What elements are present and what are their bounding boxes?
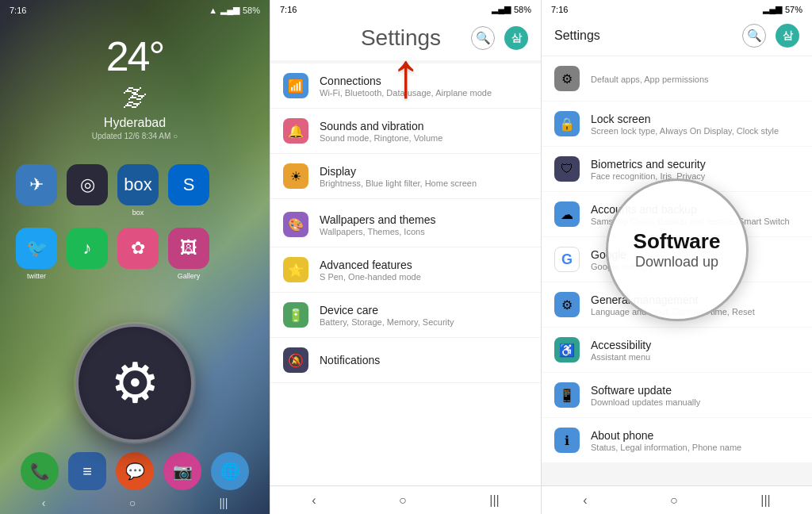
nav-back-detail[interactable]: ‹ [583, 493, 587, 508]
nav-recents-settings[interactable]: ||| [489, 493, 499, 508]
advanced-sub: S Pen, One-handed mode [320, 272, 528, 282]
notifications-title: Notifications [320, 354, 528, 366]
status-icons: ▲ ▂▄▆ 58% [209, 5, 260, 15]
device-care-sub: Battery, Storage, Memory, Security [320, 317, 528, 327]
connections-title: Connections [320, 75, 528, 87]
settings-app-circle[interactable]: ⚙ [75, 324, 194, 443]
app-wrapper[interactable]: ✿ [117, 228, 159, 269]
dock: 📞 ≡ 💬 📷 🌐 [0, 452, 270, 490]
settings-detail-panel: 7:16 ▂▄▆ 57% Settings 🔍 삼 ⚙ Default apps… [541, 0, 812, 514]
app-gallery[interactable]: 🖼 [168, 228, 209, 269]
app-wrapper[interactable]: 🐦 twitter [16, 228, 57, 269]
app-wrapper[interactable]: S [168, 164, 209, 205]
display-text: Display Brightness, Blue light filter, H… [320, 165, 528, 188]
app-label-gallery: Gallery [178, 272, 201, 280]
detail-item-lock-screen[interactable]: 🔒 Lock screen Screen lock type, Always O… [542, 102, 812, 146]
nav-home-detail[interactable]: ○ [670, 493, 678, 508]
detail-item-about[interactable]: ℹ About phone Status, Legal information,… [542, 418, 812, 462]
nav-recents-detail[interactable]: ||| [760, 493, 770, 508]
wifi-icon: ▲ [209, 6, 217, 15]
app-wrapper[interactable]: 🖼 Gallery [168, 228, 209, 269]
header-icons: 🔍 삼 [471, 26, 528, 50]
app-spotify[interactable]: ♪ [67, 228, 108, 269]
dock-messages[interactable]: ≡ [68, 452, 106, 490]
general-icon: ⚙ [554, 292, 580, 317]
profile-icon[interactable]: 삼 [504, 26, 528, 50]
search-icon[interactable]: 🔍 [471, 26, 495, 50]
signal-icon: ▂▄▆ [220, 5, 239, 15]
app-wrapper[interactable]: ♪ [67, 228, 108, 269]
detail-status-bar: 7:16 ▂▄▆ 57% [542, 0, 812, 16]
wallpapers-title: Wallpapers and themes [320, 213, 528, 226]
red-arrow-icon: ↑ [390, 44, 422, 107]
wallpapers-text: Wallpapers and themes Wallpapers, Themes… [320, 213, 528, 236]
wallpapers-icon: 🎨 [283, 212, 308, 237]
notifications-icon: 🔕 [283, 347, 308, 373]
detail-time: 7:16 [551, 5, 568, 14]
battery-status: 58% [243, 6, 260, 15]
detail-item-software[interactable]: 📱 Software update Download updates manua… [542, 373, 812, 417]
detail-search-icon[interactable]: 🔍 [742, 24, 766, 48]
display-icon: ☀ [283, 163, 308, 189]
app-unknown[interactable]: ◎ [67, 164, 108, 205]
dock-camera[interactable]: 📷 [163, 452, 201, 490]
lock-screen-title: Lock screen [591, 113, 799, 125]
nav-recents-home[interactable]: ||| [219, 497, 228, 509]
weather-widget: 24° 🌫 Hyderabad Updated 12/6 8:34 AM ○ [0, 17, 270, 148]
app-wrapper[interactable]: ✈ [16, 164, 57, 205]
detail-title: Settings [554, 29, 600, 43]
detail-item-default-apps[interactable]: ⚙ Default apps, App permissions [542, 56, 812, 101]
detail-header-icons: 🔍 삼 [742, 24, 799, 48]
connections-sub: Wi-Fi, Bluetooth, Data usage, Airplane m… [320, 88, 528, 98]
notifications-text: Notifications [320, 354, 528, 366]
settings-item-advanced[interactable]: ⭐ Advanced features S Pen, One-handed mo… [270, 247, 541, 293]
settings-section-second: 🎨 Wallpapers and themes Wallpapers, Them… [270, 202, 541, 383]
app-wrapper[interactable]: box box [117, 164, 159, 205]
app-telegram[interactable]: ✈ [16, 164, 57, 205]
accessibility-sub: Assistant menu [591, 352, 799, 362]
connections-icon: 📶 [283, 73, 308, 98]
weather-icon: 🌫 [0, 83, 270, 113]
sounds-sub: Sound mode, Ringtone, Volume [320, 133, 528, 143]
dock-chat[interactable]: 💬 [116, 452, 154, 490]
nav-back-home[interactable]: ‹ [42, 497, 46, 509]
software-title: Software update [591, 384, 799, 397]
app-twitter[interactable]: 🐦 [16, 228, 57, 269]
dock-phone[interactable]: 📞 [21, 452, 59, 490]
nav-back-settings[interactable]: ‹ [312, 493, 316, 508]
detail-status-icons: ▂▄▆ 57% [763, 4, 802, 14]
nav-home-home[interactable]: ○ [129, 497, 136, 509]
settings-panel: 7:16 ▂▄▆ 58% Settings 🔍 삼 ↑ 📶 Connection… [270, 0, 541, 514]
gear-icon: ⚙ [110, 351, 160, 416]
biometrics-icon: 🛡 [554, 156, 580, 182]
settings-item-sounds[interactable]: 🔔 Sounds and vibration Sound mode, Ringt… [270, 109, 541, 154]
default-apps-text: Default apps, App permissions [591, 74, 799, 84]
weather-temperature: 24° [0, 33, 270, 80]
settings-item-display[interactable]: ☀ Display Brightness, Blue light filter,… [270, 154, 541, 199]
settings-item-notifications[interactable]: 🔕 Notifications [270, 338, 541, 383]
status-bar-home: 7:16 ▲ ▂▄▆ 58% [0, 0, 270, 17]
detail-signal-icon: ▂▄▆ [763, 4, 782, 14]
software-icon: 📱 [554, 382, 580, 408]
app-box[interactable]: box [117, 164, 159, 205]
sounds-title: Sounds and vibration [320, 120, 528, 132]
settings-item-wallpapers[interactable]: 🎨 Wallpapers and themes Wallpapers, Them… [270, 202, 541, 247]
default-apps-icon: ⚙ [554, 66, 580, 91]
detail-profile-icon[interactable]: 삼 [776, 24, 799, 48]
software-sub: Download updates manually [591, 397, 799, 407]
dock-browser[interactable]: 🌐 [211, 452, 249, 490]
nav-bar-detail: ‹ ○ ||| [542, 485, 812, 514]
display-sub: Brightness, Blue light filter, Home scre… [320, 178, 528, 188]
about-sub: Status, Legal information, Phone name [591, 443, 799, 452]
app-wrapper[interactable]: ◎ [67, 164, 108, 205]
nav-home-settings[interactable]: ○ [399, 493, 407, 508]
detail-item-accessibility[interactable]: ♿ Accessibility Assistant menu [542, 328, 812, 372]
software-circle-sub: Download up [635, 254, 718, 270]
settings-item-device-care[interactable]: 🔋 Device care Battery, Storage, Memory, … [270, 293, 541, 338]
app-skype[interactable]: S [168, 164, 209, 205]
display-title: Display [320, 165, 528, 178]
app-flower[interactable]: ✿ [117, 228, 159, 269]
lock-screen-icon: 🔒 [554, 111, 580, 136]
biometrics-sub: Face recognition, Iris, Privacy [591, 171, 799, 181]
app-label-twitter: twitter [27, 272, 46, 280]
